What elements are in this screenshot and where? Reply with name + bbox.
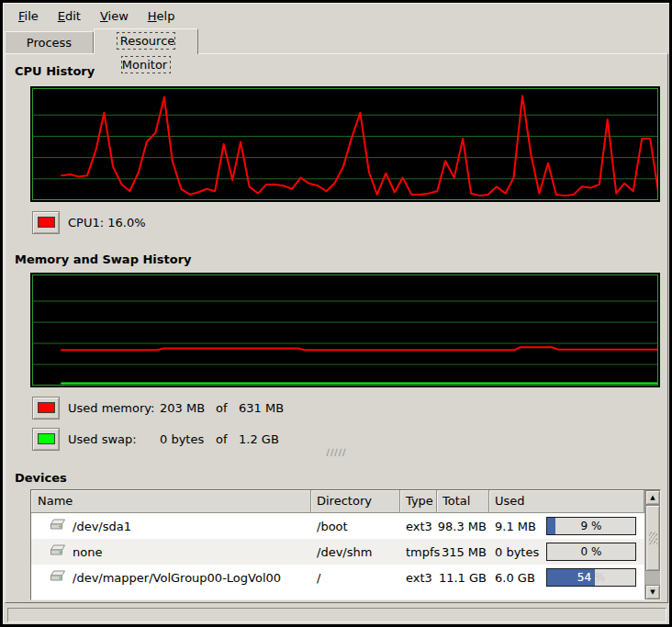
tab-process-listing[interactable]: Process Listing <box>5 31 94 53</box>
scroll-down-icon: ▼ <box>650 588 655 596</box>
swap-legend-text: Used swap:0 bytesof1.2 GB <box>68 432 279 446</box>
column-header-used[interactable]: Used <box>489 490 644 513</box>
device-total: 315 MB <box>437 539 489 565</box>
cpu-history-graph <box>30 86 660 202</box>
column-header-type[interactable]: Type <box>400 490 437 513</box>
statusbar <box>7 608 666 622</box>
device-total: 98.3 MB <box>437 513 489 539</box>
resource-monitor-page: CPU History CPU1: 16.0% Memory and Swap … <box>5 53 668 603</box>
menu-view-label: View <box>100 9 129 23</box>
column-header-name[interactable]: Name <box>31 490 311 513</box>
cpu-legend-label: CPU1: 16.0% <box>68 216 146 230</box>
cpu-legend-row: CPU1: 16.0% <box>32 210 146 234</box>
memory-history-title: Memory and Swap History <box>15 252 192 266</box>
menubar: File Edit View Help <box>6 5 186 28</box>
memory-used-value: 203 MB <box>160 401 216 415</box>
harddisk-icon <box>50 570 66 585</box>
swap-legend-label: Used swap: <box>68 432 160 446</box>
device-row-sda1[interactable]: /dev/sda1 /boot ext3 98.3 MB 9.1 MB 9 % <box>31 513 644 539</box>
memory-legend-label: Used memory: <box>68 401 160 415</box>
devices-table: Name Directory Type Total Used /dev/sda1… <box>30 489 661 600</box>
scrollbar-thumb[interactable] <box>645 505 660 571</box>
device-name-cell: none <box>31 539 311 565</box>
memory-color-swatch-button[interactable] <box>32 397 60 420</box>
device-type: tmpfs <box>400 539 437 565</box>
menu-file[interactable]: File <box>11 6 46 26</box>
usage-progressbar: 9 % <box>546 517 636 535</box>
device-name: /dev/sda1 <box>73 520 131 533</box>
scroll-down-button[interactable]: ▼ <box>645 585 660 599</box>
scrollbar-track[interactable] <box>645 571 660 585</box>
usage-progressbar: 54 % 54 % <box>546 568 636 587</box>
devices-table-main: Name Directory Type Total Used /dev/sda1… <box>31 490 644 599</box>
device-used: 0 bytes <box>495 545 539 559</box>
harddisk-icon <box>50 519 66 533</box>
memory-swap-graph <box>30 273 660 387</box>
scroll-up-button[interactable]: ▲ <box>645 490 660 505</box>
system-monitor-window: File Edit View Help Process Listing Reso… <box>3 3 669 624</box>
swap-color-swatch <box>38 433 55 444</box>
tab-resource-monitor[interactable]: Resource Monitor <box>94 28 198 54</box>
tab-resource-monitor-label: Resource Monitor <box>118 33 175 73</box>
cpu-color-swatch <box>38 217 55 228</box>
usage-percent-label: 0 % <box>547 543 635 560</box>
cpu-history-chart <box>32 88 658 200</box>
device-used: 9.1 MB <box>495 520 536 533</box>
memory-of-label: of <box>216 401 239 415</box>
memory-legend-row: Used memory:203 MBof631 MB <box>32 396 284 420</box>
device-directory: / <box>311 565 400 590</box>
usage-percent-clip: 54 % <box>547 569 595 586</box>
device-total: 11.1 GB <box>437 565 489 590</box>
menu-view[interactable]: View <box>93 6 136 26</box>
column-header-total[interactable]: Total <box>437 490 489 513</box>
usage-progressbar: 0 % <box>546 543 636 561</box>
devices-scrollbar: ▲ ▼ <box>644 490 660 599</box>
device-used: 6.0 GB <box>495 571 535 585</box>
pane-resize-grip[interactable]: ∕∕∕∕∕ <box>6 448 667 457</box>
devices-table-header: Name Directory Type Total Used <box>31 490 644 513</box>
swap-of-label: of <box>216 432 239 446</box>
swap-color-swatch-button[interactable] <box>32 428 60 451</box>
usage-percent-label: 54 % <box>547 569 595 586</box>
device-name-cell: /dev/sda1 <box>31 513 311 539</box>
device-name-cell: /dev/mapper/VolGroup00-LogVol00 <box>31 565 311 590</box>
harddisk-icon <box>50 544 66 559</box>
menu-help-label: Help <box>148 9 175 23</box>
column-header-directory[interactable]: Directory <box>311 490 400 513</box>
device-used-cell: 9.1 MB 9 % <box>489 513 644 539</box>
cpu-color-swatch-button[interactable] <box>32 211 60 234</box>
scrollbar-grip-icon <box>649 532 657 544</box>
device-type: ext3 <box>400 565 437 590</box>
memory-swap-chart <box>32 274 658 386</box>
menu-help[interactable]: Help <box>140 6 183 26</box>
device-directory: /dev/shm <box>311 539 400 565</box>
memory-legend-text: Used memory:203 MBof631 MB <box>68 401 284 415</box>
device-type: ext3 <box>400 513 437 539</box>
device-name: /dev/mapper/VolGroup00-LogVol00 <box>73 571 281 585</box>
device-row-volgroup[interactable]: /dev/mapper/VolGroup00-LogVol00 / ext3 1… <box>31 565 644 590</box>
device-used-cell: 0 bytes 0 % <box>489 539 644 565</box>
menu-edit-label: Edit <box>58 9 81 23</box>
device-name: none <box>73 545 102 559</box>
scroll-up-icon: ▲ <box>650 494 655 501</box>
menu-edit[interactable]: Edit <box>50 6 88 26</box>
device-row-none[interactable]: none /dev/shm tmpfs 315 MB 0 bytes 0 % <box>31 539 644 565</box>
menu-file-label: File <box>18 9 39 23</box>
cpu-history-title: CPU History <box>15 64 95 78</box>
swap-used-value: 0 bytes <box>160 432 216 446</box>
device-used-cell: 6.0 GB 54 % 54 % <box>489 565 644 590</box>
swap-total-value: 1.2 GB <box>239 432 279 446</box>
memory-color-swatch <box>38 402 55 413</box>
memory-total-value: 631 MB <box>239 401 284 415</box>
device-directory: /boot <box>311 513 400 539</box>
usage-percent-label: 9 % <box>547 518 635 534</box>
devices-title: Devices <box>15 471 67 485</box>
